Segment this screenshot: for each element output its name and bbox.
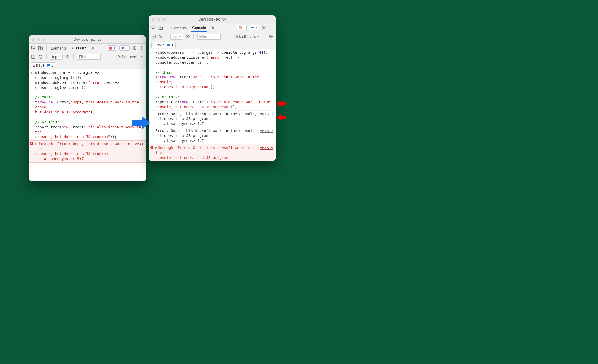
filter-field[interactable] <box>77 54 101 60</box>
issues-label: 1 Issue: <box>153 43 166 47</box>
error-message: Uncaught Error: Oops, this doesn't work … <box>155 145 258 161</box>
issues-label: 1 Issue: <box>33 63 45 67</box>
error-icon <box>238 26 242 30</box>
issue-count: 1 <box>126 46 128 50</box>
prompt-chevron-icon: › <box>30 164 32 168</box>
error-count-badge[interactable]: 1 <box>107 45 117 51</box>
annotation-arrow-right <box>132 116 151 130</box>
code-input: window.onerror = (...args) => console.lo… <box>35 70 144 140</box>
console-toolbar: top Default levels <box>29 52 146 61</box>
console-log-entry[interactable]: Error: Oops, this doesn't work in the co… <box>149 127 276 144</box>
levels-selector[interactable]: Default levels <box>233 34 261 39</box>
kebab-icon[interactable] <box>139 46 144 50</box>
console-toolbar: top Default levels <box>149 32 276 41</box>
issues-row: 1 Issue: 1 <box>29 61 146 69</box>
tab-elements[interactable]: Elements <box>50 44 67 52</box>
console-log[interactable]: › window.onerror = (...args) => console.… <box>149 49 276 161</box>
kebab-icon[interactable] <box>269 25 273 30</box>
divider <box>193 34 194 39</box>
context-label: top <box>172 35 177 39</box>
input-chevron-icon: › <box>30 70 33 75</box>
filter-field[interactable] <box>197 34 221 40</box>
context-selector[interactable]: top <box>50 54 63 60</box>
chevron-down-icon <box>140 56 142 57</box>
traffic-lights[interactable] <box>152 18 166 21</box>
close-dot[interactable] <box>152 18 155 21</box>
source-link[interactable]: VM16:5 <box>260 145 273 150</box>
console-input-entry[interactable]: › window.onerror = (...args) => console.… <box>149 49 276 111</box>
sidebar-toggle-icon[interactable] <box>31 55 36 59</box>
input-chevron-icon: › <box>150 50 154 55</box>
disclosure-triangle-icon[interactable] <box>35 143 37 145</box>
devtools-window-after: DevTools - jec.fyi/ Elements Console 1 1… <box>149 15 276 161</box>
tab-elements[interactable]: Elements <box>170 24 187 32</box>
eye-icon[interactable] <box>185 34 190 39</box>
console-error-entry[interactable]: Uncaught Error: Oops, this doesn't work … <box>29 141 146 163</box>
console-log-entry[interactable]: Error: Oops, this doesn't work in the co… <box>149 111 276 128</box>
issues-chip[interactable]: 1 Issue: 1 <box>151 42 176 48</box>
console-prompt[interactable]: › <box>29 163 146 169</box>
error-message: Uncaught Error: Oops, this doesn't work … <box>35 142 133 161</box>
gear-icon[interactable] <box>132 46 137 50</box>
divider <box>46 45 47 51</box>
titlebar: DevTools - jec.fyi/ <box>149 15 276 23</box>
more-tabs-icon[interactable] <box>211 25 215 30</box>
issue-count-badge[interactable]: 1 <box>119 45 130 51</box>
device-icon[interactable] <box>158 25 163 30</box>
source-link[interactable]: VM16:1 <box>260 112 273 116</box>
device-icon[interactable] <box>38 46 43 50</box>
tab-console[interactable]: Console <box>191 24 207 32</box>
window-title: DevTools - jec.fyi/ <box>149 17 276 21</box>
error-count: 1 <box>243 26 245 30</box>
filter-input[interactable] <box>199 34 219 39</box>
source-link[interactable]: VM16:2 <box>260 128 273 133</box>
zoom-dot[interactable] <box>162 18 166 21</box>
zoom-dot[interactable] <box>42 38 45 41</box>
divider <box>73 54 74 59</box>
annotation-arrow-left <box>276 114 286 121</box>
levels-label: Default levels <box>235 35 256 39</box>
more-tabs-icon[interactable] <box>91 46 95 50</box>
disclosure-triangle-icon[interactable] <box>155 147 157 149</box>
error-icon <box>30 142 33 146</box>
gear-icon[interactable] <box>269 34 273 39</box>
chevron-down-icon <box>58 56 61 57</box>
sidebar-toggle-icon[interactable] <box>151 34 156 39</box>
tab-console[interactable]: Console <box>71 44 86 52</box>
titlebar: DevTools - jec.fyi/ <box>29 35 146 44</box>
window-title: DevTools - jec.fyi/ <box>29 38 146 42</box>
context-label: top <box>52 55 57 59</box>
minimize-dot[interactable] <box>157 18 160 21</box>
console-input-entry[interactable]: › window.onerror = (...args) => console.… <box>29 69 146 141</box>
context-selector[interactable]: top <box>170 34 183 40</box>
clear-icon[interactable] <box>38 55 43 59</box>
gear-icon[interactable] <box>261 25 266 30</box>
issue-icon <box>251 26 254 30</box>
main-toolbar: Elements Console 1 1 <box>29 44 146 52</box>
error-icon <box>150 145 154 150</box>
divider <box>167 34 167 39</box>
divider <box>265 34 265 39</box>
error-count-badge[interactable]: 1 <box>237 25 247 30</box>
close-dot[interactable] <box>32 38 35 41</box>
console-log[interactable]: › window.onerror = (...args) => console.… <box>29 69 146 181</box>
eye-icon[interactable] <box>65 55 70 59</box>
inspect-icon[interactable] <box>151 25 156 30</box>
issue-count: 1 <box>255 26 257 30</box>
divider <box>167 25 167 30</box>
log-text: Error: Oops, this doesn't work in the co… <box>155 112 258 127</box>
issue-icon <box>121 46 125 50</box>
error-icon <box>109 46 112 50</box>
levels-selector[interactable]: Default levels <box>115 54 144 59</box>
clear-icon[interactable] <box>158 34 163 39</box>
issues-chip[interactable]: 1 Issue: 1 <box>31 62 55 68</box>
error-count: 1 <box>113 46 115 50</box>
filter-input[interactable] <box>79 55 99 59</box>
source-link[interactable]: VM41 <box>135 142 144 146</box>
traffic-lights[interactable] <box>32 38 45 41</box>
minimize-dot[interactable] <box>37 38 40 41</box>
console-error-entry[interactable]: Uncaught Error: Oops, this doesn't work … <box>149 144 276 161</box>
issue-count-badge[interactable]: 1 <box>249 25 259 30</box>
inspect-icon[interactable] <box>31 46 36 50</box>
chevron-down-icon <box>179 36 181 37</box>
